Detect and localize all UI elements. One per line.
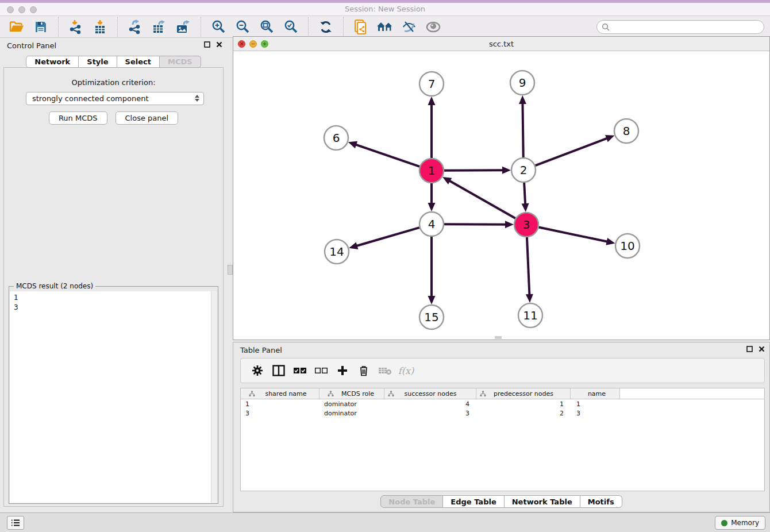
graph-edge-4-3[interactable] [444,224,506,225]
memory-status-icon [721,520,727,526]
mcds-result-text[interactable]: 1 3 [10,291,217,503]
zoom-in-icon[interactable] [208,18,229,36]
table-row[interactable]: 1 dominator 4 1 1 [241,399,764,408]
splitter-handle[interactable] [228,265,233,275]
column-header-predecessor-nodes[interactable]: predecessor nodes [476,388,571,399]
table-settings-gear-icon[interactable] [247,360,268,381]
graph-edge-arrowhead [428,97,436,105]
network-canvas[interactable]: 7968124314101511 [233,51,769,340]
zoom-selected-icon[interactable] [280,18,301,36]
show-all-icon[interactable] [423,18,444,36]
table-tabs: Node Table Edge Table Network Table Moti… [233,495,769,508]
criterion-value: strongly connected component [32,94,149,103]
float-panel-icon[interactable] [204,41,210,48]
node-table: shared name MCDS role successor nodes pr… [240,388,765,491]
graph-edge-arrowhead [519,95,526,104]
memory-button[interactable]: Memory [715,516,765,530]
graph-edge-2-3[interactable] [524,183,525,205]
open-file-icon[interactable] [6,18,27,36]
import-network-icon[interactable] [66,18,86,36]
cell-successor-nodes: 3 [384,410,476,417]
cell-successor-nodes: 4 [384,400,476,408]
graph-edge-3-10[interactable] [539,228,608,242]
graph-edge-4-14[interactable] [356,228,419,246]
tab-mcds[interactable]: MCDS [160,56,201,68]
control-panel: Control Panel Network Style Select MCDS … [0,38,227,512]
column-header-shared-name[interactable]: shared name [241,388,319,399]
refresh-icon[interactable] [315,18,336,36]
graph-edge-arrowhead [428,203,436,211]
graph-edge-arrowhead [606,238,615,245]
export-table-icon[interactable] [149,18,170,36]
memory-label: Memory [731,519,759,527]
control-panel-tabs: Network Style Select MCDS [0,56,227,68]
cell-mcds-role: dominator [319,400,384,408]
criterion-select[interactable]: strongly connected component [26,92,204,105]
graph-edge-2-9[interactable] [522,103,523,157]
graph-node-label: 11 [523,309,537,322]
zoom-fit-icon[interactable] [256,18,277,36]
graph-edge-3-11[interactable] [527,237,529,295]
select-all-columns-icon[interactable] [289,360,310,381]
close-panel-button[interactable]: Close panel [116,111,179,125]
tab-network-table[interactable]: Network Table [505,495,580,508]
tab-style[interactable]: Style [79,56,117,68]
cell-mcds-role: dominator [319,410,384,417]
toolbar-separator [201,17,201,37]
unselect-all-columns-icon[interactable] [310,360,332,381]
create-column-icon[interactable] [332,360,353,381]
float-panel-icon[interactable] [746,346,753,352]
cell-predecessor-nodes: 2 [476,410,571,417]
column-header-mcds-role[interactable]: MCDS role [319,388,384,399]
network-window-titlebar[interactable]: × − + scc.txt [233,37,769,51]
hierarchy-icon [480,391,486,397]
graph-edge-1-6[interactable] [355,144,419,166]
export-network-icon[interactable] [125,18,145,36]
column-header-successor-nodes[interactable]: successor nodes [384,388,476,399]
tab-select[interactable]: Select [117,56,160,68]
automation-panel-button[interactable] [7,516,24,530]
cell-name: 1 [571,400,620,408]
zoom-out-icon[interactable] [232,18,253,36]
graph-edge-1-2[interactable] [444,170,503,171]
canvas-splitter-handle[interactable] [495,336,502,339]
close-panel-icon[interactable] [759,346,765,352]
export-image-icon[interactable] [173,18,194,36]
graph-edge-arrowhead [526,294,533,303]
table-toolbar: f(x) [240,358,765,383]
cell-name: 3 [571,410,620,417]
hierarchy-icon [328,391,334,397]
save-session-icon[interactable] [30,18,51,36]
network-graph: 7968124314101511 [233,51,769,340]
graph-edge-3-1[interactable] [449,180,515,218]
graph-edge-2-8[interactable] [536,138,608,165]
tab-node-table[interactable]: Node Table [380,495,443,508]
delete-table-icon [374,360,395,381]
network-window-title: scc.txt [233,40,769,48]
show-column-panel-icon[interactable] [268,360,289,381]
titlebar: Session: New Session [0,0,770,16]
hide-selected-icon[interactable] [399,18,419,36]
tab-motifs[interactable]: Motifs [580,495,622,508]
search-input[interactable] [596,20,764,34]
tab-edge-table[interactable]: Edge Table [443,495,504,508]
mcds-panel: Optimization criterion: strongly connect… [3,67,224,507]
result-scrollbar[interactable] [211,291,217,503]
graph-edge-arrowhead [522,203,529,212]
table-row[interactable]: 3 dominator 3 2 3 [241,408,764,418]
run-mcds-button[interactable]: Run MCDS [49,111,107,125]
delete-column-icon[interactable] [353,360,374,381]
tab-network[interactable]: Network [26,56,79,68]
graph-node-label: 2 [520,163,528,177]
column-header-name[interactable]: name [571,388,620,399]
import-table-icon[interactable] [90,18,110,36]
new-network-from-selection-icon[interactable] [351,18,371,36]
first-neighbors-icon[interactable] [375,18,395,36]
graph-edge-arrowhead [605,135,614,142]
graph-edge-arrowhead [428,296,436,304]
cell-shared-name: 3 [241,410,319,417]
close-panel-icon[interactable] [216,41,222,48]
graph-node-label: 14 [329,245,344,259]
graph-edge-arrowhead [349,242,358,249]
toolbar-separator [308,17,309,37]
